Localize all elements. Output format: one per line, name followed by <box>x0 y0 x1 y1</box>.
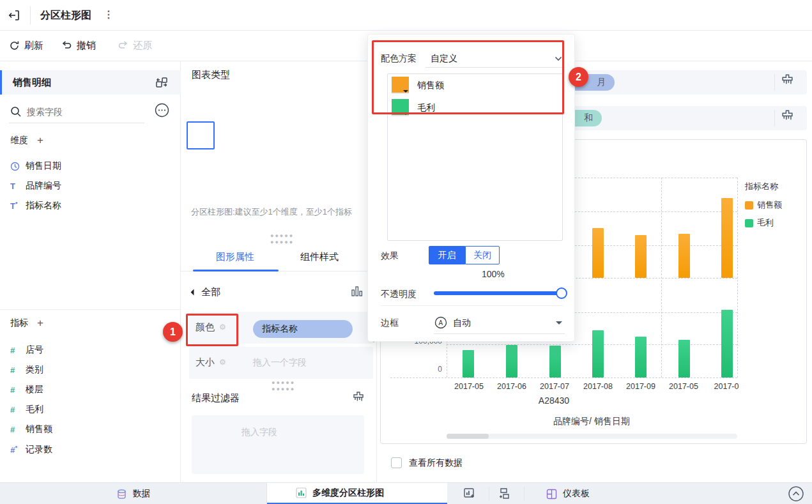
opacity-label: 不透明度 <box>381 289 417 300</box>
opacity-percent: 100% <box>482 269 505 279</box>
tab-data[interactable]: 数据 <box>0 483 267 504</box>
redo-icon <box>118 40 128 51</box>
effect-label: 效果 <box>381 250 399 262</box>
chart-bar-毛利 <box>592 330 604 378</box>
annotation-box-1 <box>186 314 238 346</box>
dimensions-title: 维度 <box>10 135 28 146</box>
number-field-icon: # <box>10 365 26 375</box>
legend-label: 毛利 <box>757 217 774 229</box>
x-tick-label: 2017-05 <box>662 382 705 391</box>
chart-bar-毛利 <box>463 350 474 378</box>
redo-button[interactable]: 还原 <box>118 40 152 52</box>
refresh-label: 刷新 <box>24 40 43 52</box>
size-label: 大小 <box>195 356 215 369</box>
field-label: 楼层 <box>26 384 43 395</box>
panel-resize-handle[interactable]: ●●●●●●●●●● <box>270 233 294 245</box>
chart-tab-icon <box>296 487 307 498</box>
field-sales-date[interactable]: 销售日期 <box>0 157 181 176</box>
sidebar-divider <box>0 309 181 310</box>
filter-brush-icon[interactable] <box>352 390 365 403</box>
panel-resize-handle-2[interactable]: ●●●●●●●●●● <box>272 379 295 392</box>
tab-chart-active[interactable]: 多维度分区柱形图 <box>267 483 447 504</box>
time-field-icon <box>10 162 26 171</box>
legend-item-sales[interactable]: 销售额 <box>745 199 782 211</box>
dashboard-icon <box>546 489 557 500</box>
field-category[interactable]: # 类别 <box>0 360 181 379</box>
app-window: 分区柱形图 ⋮ 刷新 撤销 还原 销售明细 <box>0 0 812 504</box>
annotation-step-2: 2 <box>569 67 588 87</box>
exit-icon[interactable] <box>8 9 20 22</box>
view-all-checkbox[interactable] <box>391 457 402 468</box>
database-icon <box>116 489 127 500</box>
chart-hscrollbar-track[interactable] <box>447 434 737 439</box>
chart-bar-毛利 <box>506 345 517 378</box>
filter-drop-zone[interactable] <box>192 415 364 474</box>
field-gross-profit[interactable]: # 毛利 <box>0 400 181 419</box>
chart-bar-毛利 <box>549 346 561 378</box>
border-select-value[interactable]: 自动 <box>453 317 471 329</box>
search-icon <box>10 106 22 118</box>
chart-bar-销售额 <box>635 235 647 278</box>
refresh-button[interactable]: 刷新 <box>9 40 43 52</box>
tab-chart-label: 多维度分区柱形图 <box>312 487 384 499</box>
legend-item-profit[interactable]: 毛利 <box>745 217 774 229</box>
border-select-underline <box>434 333 565 334</box>
result-filter-title: 结果过滤器 <box>192 392 240 404</box>
chart-bar-销售额 <box>721 198 733 278</box>
effect-on-button[interactable]: 开启 <box>429 246 465 264</box>
effect-off-button[interactable]: 关闭 <box>465 246 500 264</box>
view-all-label: 查看所有数据 <box>409 457 463 469</box>
field-metric-name[interactable]: T* 指标名称 <box>0 196 181 215</box>
text-field-icon: T <box>10 181 26 191</box>
number-field-icon: # <box>10 385 26 395</box>
add-dimension-button[interactable]: + <box>37 134 43 147</box>
search-input[interactable] <box>27 103 142 120</box>
opacity-slider-handle[interactable] <box>556 287 567 299</box>
chart-hscrollbar-thumb[interactable] <box>447 434 489 439</box>
tab-graphic-props[interactable]: 图形属性 <box>216 251 254 263</box>
field-brand-code[interactable]: T 品牌编号 <box>0 176 181 195</box>
field-label: 销售额 <box>26 424 52 435</box>
chart-bar-销售额 <box>678 234 690 278</box>
border-dropdown-arrow-icon[interactable] <box>556 321 562 325</box>
undo-button[interactable]: 撤销 <box>61 40 96 52</box>
legend-label: 销售额 <box>757 199 782 211</box>
measures-header: 指标 + <box>10 317 43 330</box>
legend-swatch-green <box>745 219 753 227</box>
switch-dataset-icon[interactable] <box>155 75 169 89</box>
dataset-selector[interactable]: 销售明细 <box>0 70 181 95</box>
more-menu-icon[interactable]: ⋮ <box>103 8 114 20</box>
annotation-number: 1 <box>170 326 176 338</box>
field-floor[interactable]: # 楼层 <box>0 380 181 399</box>
add-measure-button[interactable]: + <box>37 317 43 330</box>
field-label: 品牌编号 <box>26 180 61 192</box>
dataset-sidebar: 销售明细 维度 + 销售日期 T 品牌编号 T* 指标名称 <box>0 61 181 482</box>
group-all-label: 全部 <box>201 286 220 298</box>
legend-title: 指标名称 <box>745 181 778 192</box>
group-collapse-triangle-icon[interactable] <box>191 289 197 296</box>
axis-row-1-brush-icon[interactable] <box>781 73 794 86</box>
facet-label: A28430 <box>490 395 618 406</box>
size-gear-icon[interactable]: ⚙ <box>219 358 226 367</box>
add-dashboard-button[interactable] <box>498 487 512 501</box>
x-tick-label: 2017-07 <box>533 382 576 391</box>
field-record-count[interactable]: #* 记录数 <box>0 440 181 459</box>
tab-component-style[interactable]: 组件样式 <box>300 251 339 263</box>
effect-off-label: 关闭 <box>473 250 491 261</box>
mini-columns-icon[interactable] <box>351 285 363 298</box>
legend-swatch-orange <box>745 201 753 210</box>
redo-label: 还原 <box>133 40 152 52</box>
tab-dashboard[interactable]: 仪表板 <box>546 483 590 504</box>
field-more-icon[interactable] <box>155 103 169 118</box>
field-sales-amount[interactable]: # 销售额 <box>0 420 181 439</box>
collapse-panel-button[interactable] <box>788 485 804 502</box>
number-field-icon: # <box>10 346 26 355</box>
axis-row-2-brush-icon[interactable] <box>781 109 794 122</box>
opacity-slider[interactable] <box>434 291 562 295</box>
add-chart-button[interactable] <box>462 487 476 501</box>
color-field-pill[interactable]: 指标名称 <box>253 320 353 338</box>
field-store-no[interactable]: # 店号 <box>0 340 181 360</box>
chart-bar-毛利 <box>678 340 690 378</box>
color-field-pill-label: 指标名称 <box>262 323 298 335</box>
annotation-box-2 <box>372 40 564 114</box>
